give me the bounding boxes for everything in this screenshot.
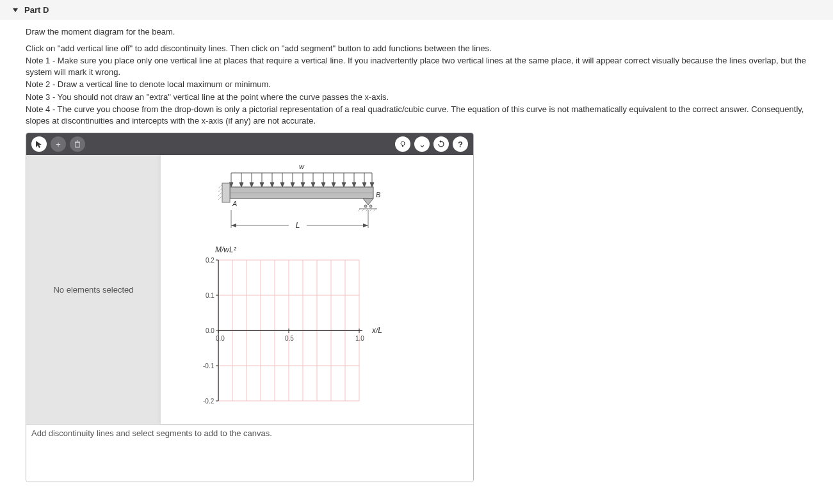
selection-panel: No elements selected [26,155,161,424]
cursor-icon [35,140,44,149]
canvas-toolbar: + ⌄ ? [26,133,473,155]
svg-rect-38 [222,183,230,202]
canvas-body: No elements selected w [26,155,473,424]
svg-marker-17 [280,183,284,187]
svg-marker-9 [239,183,243,187]
svg-marker-15 [270,183,274,187]
svg-marker-56 [231,224,236,227]
drawing-canvas: + ⌄ ? [26,133,474,482]
svg-marker-19 [291,183,295,187]
svg-line-39 [218,184,222,188]
ytick-1: 0.1 [206,292,214,299]
svg-marker-13 [260,183,264,187]
svg-rect-0 [76,142,79,147]
svg-marker-35 [370,183,374,187]
instruction-note2: Note 2 - Draw a vertical line to denote … [26,79,807,90]
ytick-4: -0.2 [203,398,214,405]
beam-diagram: w [186,161,417,238]
help-button[interactable]: ? [453,136,468,152]
svg-line-42 [218,196,222,200]
collapse-caret-icon[interactable] [13,8,18,12]
svg-point-3 [401,142,405,145]
delete-element-button[interactable] [70,136,85,152]
svg-line-48 [362,209,364,211]
xtick-1: 0.5 [285,335,294,342]
trash-icon [74,140,81,148]
xtick-2: 1.0 [355,335,364,342]
load-label: w [299,163,305,170]
svg-point-44 [364,205,367,207]
add-element-button[interactable]: + [51,136,66,152]
ytick-2: 0.0 [206,327,214,334]
svg-line-49 [366,209,368,211]
dropdown-button[interactable]: ⌄ [414,136,430,152]
part-title: Part D [24,5,49,15]
svg-marker-29 [342,183,346,187]
hint-message: Add discontinuity lines and select segme… [31,428,272,438]
point-b-label: B [376,191,380,199]
hint-bar: Add discontinuity lines and select segme… [26,424,473,482]
instruction-note1: Note 1 - Make sure you place only one ve… [26,55,807,77]
svg-marker-21 [301,183,305,187]
svg-line-41 [218,192,222,196]
svg-marker-57 [363,224,368,227]
x-axis-title: x/L [371,326,382,335]
svg-marker-23 [311,183,315,187]
svg-line-40 [218,188,222,192]
svg-marker-31 [352,183,356,187]
svg-line-51 [373,209,376,211]
svg-line-47 [358,209,360,211]
svg-marker-27 [332,183,336,187]
moment-plot[interactable]: M/wL² [167,245,423,418]
content-area: Draw the moment diagram for the beam. Cl… [0,26,833,495]
reset-button[interactable] [433,136,449,152]
ytick-3: -0.1 [203,362,214,370]
svg-rect-4 [402,145,403,147]
span-label: L [296,221,300,230]
svg-marker-43 [363,199,373,205]
svg-marker-25 [321,183,325,187]
plot-area[interactable]: w [161,155,473,424]
instruction-note4: Note 4 - The curve you choose from the d… [26,104,807,126]
part-header[interactable]: Part D [0,0,833,20]
xtick-0: 0.0 [216,335,225,342]
y-axis-title: M/wL² [215,245,237,254]
selection-tool-button[interactable] [31,136,47,152]
instruction-line1: Click on "add vertical line off" to add … [26,43,807,54]
instruction-note3: Note 3 - You should not draw an "extra" … [26,92,807,103]
ytick-0: 0.2 [206,257,214,264]
selection-message: No elements selected [53,285,133,295]
point-a-label: A [232,200,237,207]
svg-point-45 [369,205,372,207]
prompt-text: Draw the moment diagram for the beam. [26,26,807,38]
svg-marker-33 [362,183,366,187]
hint-button[interactable] [395,136,410,152]
svg-line-50 [369,209,372,211]
instructions-block: Draw the moment diagram for the beam. Cl… [26,26,807,126]
svg-marker-11 [250,183,254,187]
lightbulb-icon [399,140,407,148]
reset-icon [437,140,445,148]
